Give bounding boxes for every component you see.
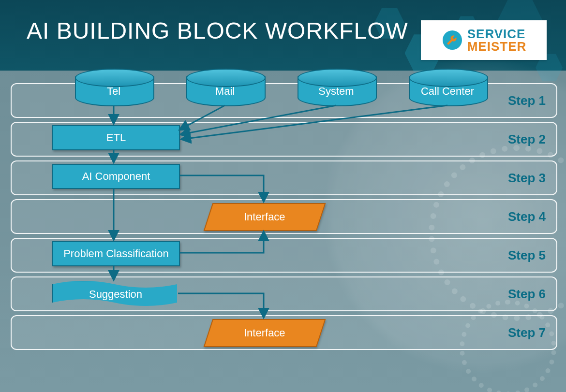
logo-text-line2: MEISTER	[467, 40, 527, 53]
node-label: Interface	[244, 327, 285, 339]
db-label: Call Center	[409, 85, 486, 98]
source-db-tel: Tel	[75, 76, 152, 106]
node-interface-b: Interface	[204, 319, 326, 347]
step-label: Step 3	[508, 171, 546, 186]
step-label: Step 2	[508, 132, 546, 147]
diagram-canvas: AI BUILDING BLOCK WORKFLOW SERVICE MEIST…	[0, 0, 566, 392]
db-label: System	[298, 85, 375, 98]
node-ai-component: AI Component	[52, 164, 180, 189]
wrench-hand-icon	[441, 29, 463, 51]
step-label: Step 5	[508, 248, 546, 263]
node-label: Suggestion	[89, 288, 142, 301]
step-label: Step 1	[508, 93, 546, 108]
db-label: Tel	[75, 85, 152, 98]
db-label: Mail	[186, 85, 264, 98]
page-title: AI BUILDING BLOCK WORKFLOW	[27, 17, 408, 44]
step-label: Step 4	[508, 209, 546, 224]
logo-text-line1: SERVICE	[467, 28, 527, 40]
source-db-call-center: Call Center	[409, 76, 486, 106]
node-label: Interface	[244, 211, 285, 223]
source-db-mail: Mail	[186, 76, 264, 106]
node-problem-classification: Problem Classification	[52, 241, 180, 266]
step-label: Step 6	[508, 287, 546, 302]
node-label: Problem Classification	[63, 247, 169, 260]
node-label: AI Component	[82, 170, 150, 183]
source-db-system: System	[298, 76, 375, 106]
node-interface-a: Interface	[204, 203, 326, 231]
step-label: Step 7	[508, 325, 546, 340]
node-etl: ETL	[52, 125, 180, 150]
brand-logo: SERVICE MEISTER	[421, 20, 547, 60]
node-label: ETL	[106, 131, 126, 144]
